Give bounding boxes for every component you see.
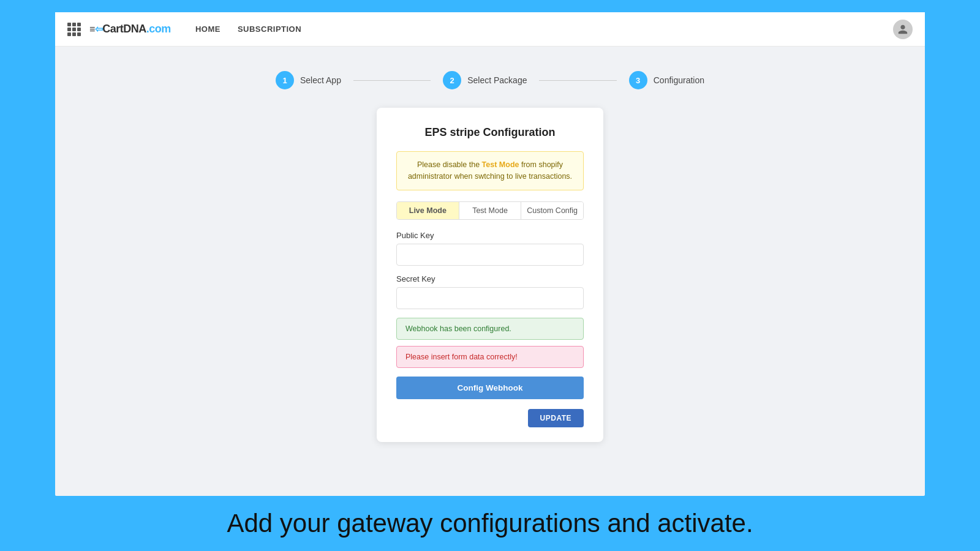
step-line-1 [353, 80, 431, 81]
config-webhook-button[interactable]: Config Webhook [396, 377, 584, 399]
public-key-input[interactable] [396, 244, 584, 266]
step-2[interactable]: 2 Select Package [443, 71, 527, 89]
tab-test-mode[interactable]: Test Mode [459, 202, 522, 219]
user-avatar-icon[interactable] [893, 20, 913, 39]
step-1-label: Select App [300, 75, 341, 85]
step-1[interactable]: 1 Select App [276, 71, 341, 89]
warning-highlight: Test Mode [482, 160, 519, 169]
warning-text-3: administrator when swtching to live tran… [408, 172, 572, 181]
warning-text-1: Please disable the [417, 160, 482, 169]
tab-custom-config[interactable]: Custom Config [521, 202, 583, 219]
nav-home[interactable]: HOME [195, 24, 221, 34]
step-3[interactable]: 3 Configuration [629, 71, 704, 89]
tab-live-mode[interactable]: Live Mode [397, 202, 459, 219]
step-3-circle: 3 [629, 71, 647, 89]
nav-links: HOME SUBSCRIPTION [195, 24, 301, 34]
grid-menu-icon[interactable] [67, 23, 81, 36]
navbar: ≡⇦CartDNA.com HOME SUBSCRIPTION [55, 12, 925, 47]
stepper: 1 Select App 2 Select Package 3 [276, 71, 704, 89]
step-line-2 [539, 80, 616, 81]
update-button[interactable]: UPDATE [528, 409, 584, 427]
step-3-label: Configuration [654, 75, 704, 85]
card-title: EPS stripe Configuration [396, 126, 584, 139]
stepper-section: 1 Select App 2 Select Package 3 [55, 47, 925, 108]
secret-key-label: Secret Key [396, 274, 584, 283]
card-section: EPS stripe Configuration Please disable … [55, 108, 925, 496]
success-alert: Webhook has been configured. [396, 318, 584, 340]
secret-key-input[interactable] [396, 287, 584, 309]
warning-text-2: from shopify [519, 160, 563, 169]
step-1-circle: 1 [276, 71, 294, 89]
caption-text: Add your gateway configurations and acti… [0, 496, 980, 551]
config-card: EPS stripe Configuration Please disable … [377, 108, 603, 442]
warning-alert: Please disable the Test Mode from shopif… [396, 151, 584, 190]
nav-subscription[interactable]: SUBSCRIPTION [238, 24, 301, 34]
public-key-label: Public Key [396, 231, 584, 240]
brand-logo[interactable]: ≡⇦CartDNA.com [89, 23, 171, 36]
error-alert: Please insert form data correctly! [396, 346, 584, 368]
bottom-caption: Add your gateway configurations and acti… [0, 496, 980, 551]
nav-right [893, 20, 913, 39]
step-2-label: Select Package [467, 75, 527, 85]
tab-bar: Live Mode Test Mode Custom Config [396, 201, 584, 220]
step-2-circle: 2 [443, 71, 461, 89]
